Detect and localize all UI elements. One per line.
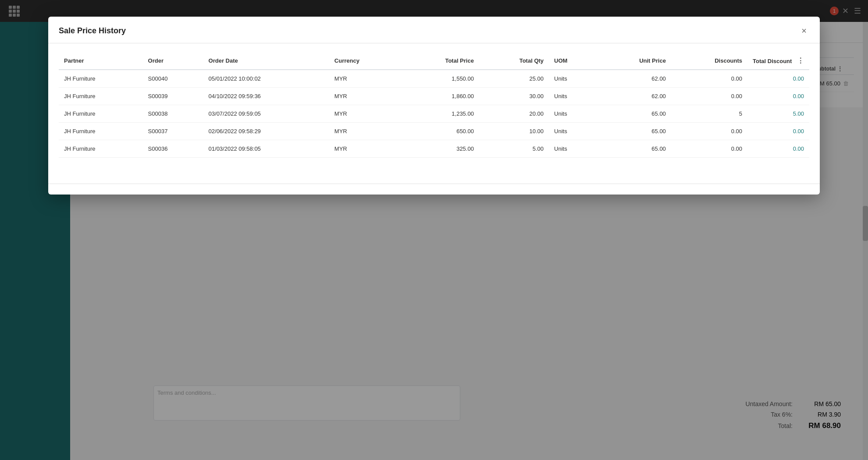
th-uom: UOM: [549, 52, 597, 70]
th-partner: Partner: [59, 52, 143, 70]
cell-7: 65.00: [597, 140, 671, 158]
cell-8: 0.00: [671, 70, 747, 88]
cell-0: JH Furniture: [59, 105, 143, 123]
cell-2: 04/10/2022 09:59:36: [203, 88, 329, 105]
cell-1: S00036: [143, 140, 203, 158]
cell-8: 0.00: [671, 140, 747, 158]
price-history-table: Partner Order Order Date Currency Total …: [59, 52, 809, 158]
cell-5: 5.00: [479, 140, 549, 158]
cell-6: Units: [549, 140, 597, 158]
table-body: JH FurnitureS0004005/01/2022 10:00:02MYR…: [59, 70, 809, 158]
cell-1: S00039: [143, 88, 203, 105]
cell-0: JH Furniture: [59, 123, 143, 140]
th-unit-price: Unit Price: [597, 52, 671, 70]
price-history-row: JH FurnitureS0003904/10/2022 09:59:36MYR…: [59, 88, 809, 105]
cell-2: 03/07/2022 09:59:05: [203, 105, 329, 123]
cell-0: JH Furniture: [59, 88, 143, 105]
cell-3: MYR: [329, 123, 401, 140]
cell-3: MYR: [329, 105, 401, 123]
cell-9: 0.00: [747, 70, 809, 88]
cell-2: 02/06/2022 09:58:29: [203, 123, 329, 140]
table-head: Partner Order Order Date Currency Total …: [59, 52, 809, 70]
th-total-discount: Total Discount ⋮: [747, 52, 809, 70]
th-total-qty: Total Qty: [479, 52, 549, 70]
cell-6: Units: [549, 123, 597, 140]
cell-1: S00038: [143, 105, 203, 123]
modal-title: Sale Price History: [59, 26, 126, 35]
cell-7: 62.00: [597, 70, 671, 88]
modal-body: Partner Order Order Date Currency Total …: [48, 43, 820, 184]
cell-4: 325.00: [400, 140, 479, 158]
cell-1: S00037: [143, 123, 203, 140]
cell-0: JH Furniture: [59, 140, 143, 158]
modal-footer: [48, 184, 820, 195]
cell-7: 65.00: [597, 105, 671, 123]
cell-8: 5: [671, 105, 747, 123]
cell-4: 1,860.00: [400, 88, 479, 105]
cell-5: 25.00: [479, 70, 549, 88]
cell-1: S00040: [143, 70, 203, 88]
price-history-row: JH FurnitureS0003601/03/2022 09:58:05MYR…: [59, 140, 809, 158]
cell-2: 05/01/2022 10:00:02: [203, 70, 329, 88]
cell-6: Units: [549, 105, 597, 123]
cell-6: Units: [549, 88, 597, 105]
modal-header: Sale Price History ×: [48, 17, 820, 43]
cell-3: MYR: [329, 70, 401, 88]
th-currency: Currency: [329, 52, 401, 70]
modal-close-button[interactable]: ×: [799, 25, 809, 36]
cell-4: 1,235.00: [400, 105, 479, 123]
cell-5: 10.00: [479, 123, 549, 140]
price-history-row: JH FurnitureS0003702/06/2022 09:58:29MYR…: [59, 123, 809, 140]
cell-5: 30.00: [479, 88, 549, 105]
th-order-date: Order Date: [203, 52, 329, 70]
column-options-icon[interactable]: ⋮: [797, 57, 804, 64]
th-total-price: Total Price: [400, 52, 479, 70]
cell-9: 0.00: [747, 140, 809, 158]
price-history-row: JH FurnitureS0004005/01/2022 10:00:02MYR…: [59, 70, 809, 88]
cell-3: MYR: [329, 140, 401, 158]
cell-9: 0.00: [747, 123, 809, 140]
cell-7: 65.00: [597, 123, 671, 140]
cell-2: 01/03/2022 09:58:05: [203, 140, 329, 158]
cell-6: Units: [549, 70, 597, 88]
cell-8: 0.00: [671, 88, 747, 105]
cell-3: MYR: [329, 88, 401, 105]
cell-5: 20.00: [479, 105, 549, 123]
cell-8: 0.00: [671, 123, 747, 140]
cell-4: 1,550.00: [400, 70, 479, 88]
cell-4: 650.00: [400, 123, 479, 140]
cell-7: 62.00: [597, 88, 671, 105]
th-order: Order: [143, 52, 203, 70]
cell-9: 0.00: [747, 88, 809, 105]
sale-price-history-modal: Sale Price History × Partner Order Order…: [48, 17, 820, 195]
th-discounts: Discounts: [671, 52, 747, 70]
price-history-row: JH FurnitureS0003803/07/2022 09:59:05MYR…: [59, 105, 809, 123]
cell-0: JH Furniture: [59, 70, 143, 88]
cell-9: 5.00: [747, 105, 809, 123]
